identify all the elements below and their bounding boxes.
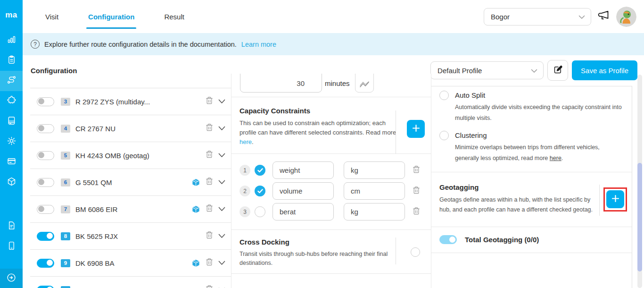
profile-select[interactable]: Default Profile	[430, 61, 544, 79]
trash-icon[interactable]	[205, 203, 214, 215]
trash-icon[interactable]	[412, 165, 421, 176]
chevron-down-icon[interactable]	[218, 286, 225, 288]
auto-split-option: Auto Split Automatically divide visits e…	[431, 86, 632, 125]
vehicle-toggle[interactable]	[37, 286, 54, 288]
save-as-profile-button[interactable]: Save as Profile	[572, 60, 637, 80]
constraint-unit-input[interactable]	[344, 203, 405, 220]
tab-visit[interactable]: Visit	[38, 0, 66, 33]
vehicle-number-badge: 6	[61, 178, 70, 186]
vehicle-toggle[interactable]	[37, 232, 54, 241]
vehicle-row-actions	[205, 230, 225, 242]
chevron-down-icon[interactable]	[218, 124, 225, 133]
clustering-option: Clustering Minimize overlaps between tri…	[431, 125, 632, 165]
trash-icon[interactable]	[412, 186, 421, 197]
constraint-name-input[interactable]	[272, 203, 334, 220]
tab-configuration[interactable]: Configuration	[81, 0, 142, 33]
sidebar-item-settings[interactable]	[0, 132, 23, 152]
tab-bar: Visit Configuration Result	[38, 0, 192, 33]
auto-split-title: Auto Split	[455, 91, 624, 99]
constraint-unit-input[interactable]	[344, 161, 405, 179]
bar-chart-icon	[7, 34, 17, 46]
trash-icon[interactable]	[205, 123, 214, 134]
scrollbar-thumb[interactable]	[637, 163, 642, 271]
sidebar-item-collapse[interactable]	[0, 269, 23, 288]
vehicle-name: B 1950 DWB	[75, 286, 116, 288]
sidebar-item-integrations[interactable]	[0, 91, 23, 111]
chevron-down-icon[interactable]	[218, 205, 225, 213]
constraint-unit-input[interactable]	[344, 182, 405, 200]
chevron-down-icon[interactable]	[218, 232, 225, 240]
vehicle-row-actions	[191, 203, 225, 215]
trash-icon[interactable]	[412, 206, 421, 218]
tab-result[interactable]: Result	[157, 0, 192, 33]
chevron-down-icon[interactable]	[218, 178, 225, 186]
sidebar-item-routes[interactable]	[0, 71, 23, 91]
app-root: ma	[0, 0, 644, 288]
constraint-row: 3	[239, 203, 423, 220]
sidebar-item-mobile[interactable]	[0, 237, 23, 257]
capacity-here-link[interactable]: here	[239, 138, 252, 145]
annotation-highlight-box	[603, 187, 627, 212]
capacity-desc-period: .	[252, 138, 254, 145]
vehicle-toggle[interactable]	[37, 178, 54, 187]
vehicle-row: 6 G 5501 QM	[30, 169, 231, 196]
vehicle-number-badge: 3	[61, 98, 70, 106]
chevron-down-icon[interactable]	[218, 97, 225, 106]
vehicle-toggle[interactable]	[37, 259, 54, 268]
chevron-down-icon[interactable]	[218, 151, 225, 160]
cross-docking-radio[interactable]	[411, 247, 420, 257]
trash-icon[interactable]	[205, 230, 214, 242]
hub-select[interactable]: Bogor	[484, 8, 591, 25]
sidebar-item-inventory[interactable]	[0, 172, 23, 193]
sidebar-item-documents[interactable]	[0, 216, 23, 237]
clustering-title: Clustering	[455, 131, 624, 139]
minutes-input[interactable]	[240, 74, 322, 93]
minutes-unit-label: minutes	[325, 74, 350, 93]
capacity-constraints-section: Capacity Constraints This can be used to…	[231, 97, 431, 154]
top-bar: Visit Configuration Result Bogor	[23, 0, 644, 33]
auto-split-radio[interactable]	[439, 91, 449, 100]
profile-select-value: Default Profile	[438, 67, 482, 75]
chevron-down-icon[interactable]	[218, 259, 225, 267]
geotagging-description: Geotags define areas within a hub, with …	[439, 195, 596, 215]
vehicle-toggle[interactable]	[37, 97, 54, 106]
vehicle-toggle[interactable]	[37, 124, 54, 133]
learn-more-link[interactable]: Learn more	[241, 41, 276, 48]
edit-profile-button[interactable]	[547, 60, 568, 81]
constraint-number-badge: 1	[239, 165, 250, 176]
announcements-icon[interactable]	[597, 9, 610, 24]
sidebar-item-analytics[interactable]	[0, 30, 23, 51]
clustering-here-link[interactable]: here	[550, 155, 561, 161]
sidebar-item-hub[interactable]	[0, 111, 23, 132]
right-panel: Auto Split Automatically divide visits e…	[431, 86, 632, 288]
hub-card-icon	[7, 116, 17, 127]
avatar[interactable]	[616, 7, 636, 27]
mobile-phone-icon	[7, 241, 17, 253]
trash-icon[interactable]	[205, 150, 214, 161]
sidebar-item-visits[interactable]	[0, 51, 23, 71]
gear-icon	[7, 136, 17, 148]
constraint-checkbox[interactable]	[255, 206, 265, 217]
constraint-checkbox[interactable]	[255, 186, 265, 196]
constraint-checkbox[interactable]	[255, 165, 265, 176]
vertical-scrollbar[interactable]	[637, 75, 642, 288]
constraint-name-input[interactable]	[272, 161, 334, 179]
trash-icon[interactable]	[205, 257, 214, 269]
clustering-radio[interactable]	[439, 131, 449, 140]
trash-icon[interactable]	[205, 284, 214, 288]
trash-icon[interactable]	[205, 177, 214, 188]
add-constraint-button[interactable]	[407, 120, 425, 138]
add-geotag-button[interactable]	[606, 190, 624, 208]
minutes-extra-button[interactable]	[355, 74, 374, 93]
constraint-name-input[interactable]	[272, 182, 334, 200]
vehicle-number-badge: 9	[61, 259, 70, 267]
vehicle-toggle[interactable]	[37, 151, 54, 160]
vehicle-toggle[interactable]	[37, 205, 54, 214]
vehicle-number-badge: 7	[61, 205, 70, 213]
trash-icon[interactable]	[205, 96, 214, 107]
vehicle-row-actions	[205, 150, 225, 161]
page-title: Configuration	[31, 67, 77, 75]
chevron-down-icon	[578, 13, 585, 21]
total-geotagging-toggle[interactable]	[439, 235, 457, 244]
sidebar-item-billing[interactable]	[0, 152, 23, 172]
